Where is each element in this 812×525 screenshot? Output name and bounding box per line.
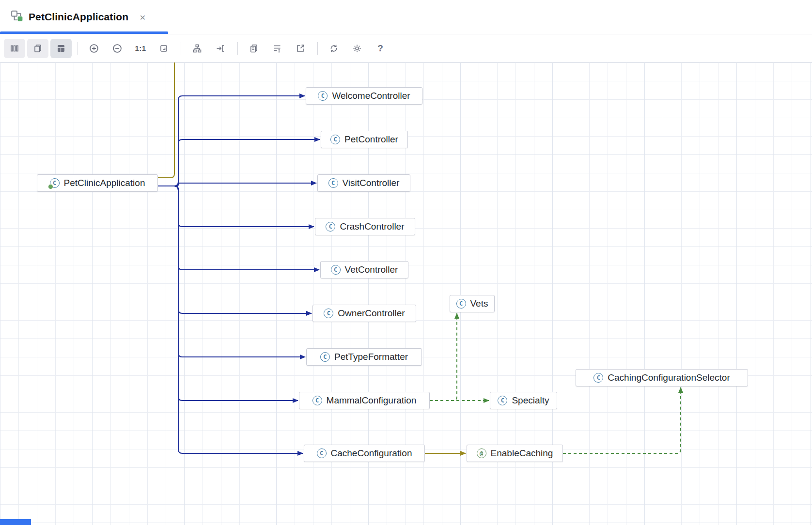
view-mode-group (4, 39, 72, 58)
diagram-edge-navy (158, 186, 312, 313)
export-diagram-button[interactable] (291, 39, 310, 58)
duplicate-icon (33, 44, 43, 53)
class-icon: C (312, 396, 322, 405)
class-icon: C (326, 222, 335, 232)
editor-tab-bar: PetClinicApplication × (0, 0, 812, 34)
settings-gear-icon (352, 44, 362, 53)
annotation-icon: @ (477, 448, 486, 458)
horizontal-scrollbar-thumb[interactable] (0, 519, 31, 525)
fit-selection-icon (216, 44, 225, 53)
toolbar-separator (78, 42, 78, 55)
node-label: MammalConfiguration (327, 395, 417, 406)
diagram-edge-green (430, 313, 457, 401)
node-label: PetClinicApplication (64, 178, 145, 188)
class-icon: C (593, 373, 603, 383)
actual-size-button[interactable]: 1:1 (131, 39, 150, 58)
grid-view-icon (56, 44, 66, 53)
diagram-edge-olive (158, 62, 174, 178)
application-icon: C (50, 178, 60, 188)
view-columns-icon (10, 44, 19, 53)
zoom-out-icon (112, 43, 123, 54)
class-icon: C (498, 396, 507, 405)
class-icon: C (328, 178, 338, 188)
diagram-node-specialty[interactable]: CSpecialty (490, 392, 557, 409)
diagram-node-mammal-configuration[interactable]: CMammalConfiguration (299, 392, 430, 409)
node-label: PetController (344, 134, 398, 145)
diagram-edge-navy (158, 186, 314, 227)
diagram-edge-green (563, 387, 681, 453)
diagram-node-vet-controller[interactable]: CVetController (320, 261, 408, 278)
diagram-toolbar: 1:1 (0, 34, 812, 62)
class-icon: C (317, 448, 327, 458)
node-details-button[interactable] (268, 39, 286, 58)
class-icon: C (330, 135, 340, 144)
diagram-canvas[interactable]: CPetClinicApplicationCWelcomeControllerC… (0, 62, 812, 525)
grid-view-button[interactable] (50, 39, 72, 58)
diagram-edge-navy (158, 186, 319, 270)
node-label: EnableCaching (491, 448, 553, 459)
node-label: VetController (345, 264, 398, 275)
diagram-node-crash-controller[interactable]: CCrashController (315, 218, 415, 235)
diagram-tab[interactable]: PetClinicApplication × (11, 0, 154, 34)
node-label: Specialty (512, 395, 549, 406)
tab-title: PetClinicApplication (29, 11, 128, 23)
zoom-in-icon (89, 43, 99, 54)
diagram-node-pet-type-formatter[interactable]: CPetTypeFormatter (306, 348, 422, 366)
diagram-file-icon (11, 10, 23, 24)
fit-selection-button[interactable] (211, 39, 230, 58)
copy-diagram-button[interactable] (245, 39, 263, 58)
diagram-node-pet-controller[interactable]: CPetController (321, 131, 408, 148)
node-label: CrashController (340, 221, 404, 232)
refresh-button[interactable] (325, 39, 343, 58)
diagram-node-pet-clinic-application[interactable]: CPetClinicApplication (37, 174, 158, 192)
active-tab-underline (0, 31, 168, 34)
node-label: CacheConfiguration (331, 448, 412, 459)
class-icon: C (331, 265, 341, 275)
settings-button[interactable] (348, 39, 366, 58)
hierarchic-layout-icon (192, 44, 202, 53)
toolbar-separator (181, 42, 181, 55)
diagram-node-caching-configuration-selector[interactable]: CCachingConfigurationSelector (576, 369, 748, 386)
class-icon: C (456, 299, 466, 309)
diagram-node-enable-caching[interactable]: @EnableCaching (467, 445, 563, 462)
diagram-edge-navy (158, 186, 305, 357)
diagram-node-vets[interactable]: CVets (450, 295, 495, 312)
tab-close-button[interactable]: × (140, 12, 145, 22)
refresh-icon (329, 44, 339, 53)
class-icon: C (320, 352, 330, 362)
zoom-out-button[interactable] (108, 39, 126, 58)
node-label: VisitController (343, 178, 400, 188)
export-icon (296, 44, 305, 53)
node-label: OwnerController (338, 308, 405, 319)
node-label: PetTypeFormatter (334, 352, 408, 362)
view-columns-button[interactable] (4, 39, 25, 58)
help-button[interactable]: ? (371, 39, 390, 58)
diagram-edge-navy (158, 139, 320, 186)
zoom-in-button[interactable] (85, 39, 103, 58)
fit-content-icon (159, 44, 169, 53)
diagram-node-cache-configuration[interactable]: CCacheConfiguration (304, 445, 425, 462)
diagram-edge-navy (158, 186, 298, 401)
diagram-edge-navy (158, 183, 316, 186)
class-icon: C (324, 309, 333, 318)
diagram-node-owner-controller[interactable]: COwnerController (312, 305, 416, 322)
node-label: WelcomeController (332, 91, 410, 101)
class-icon: C (318, 91, 328, 101)
diagram-edge-navy (158, 96, 305, 186)
hierarchic-layout-button[interactable] (188, 39, 206, 58)
toolbar-separator (237, 42, 238, 55)
toolbar-separator (317, 42, 318, 55)
diagram-node-visit-controller[interactable]: CVisitController (317, 174, 410, 192)
node-label: Vets (470, 298, 488, 309)
node-label: CachingConfigurationSelector (608, 372, 730, 383)
fit-content-button[interactable] (155, 39, 173, 58)
node-details-icon (272, 44, 282, 53)
duplicate-view-button[interactable] (27, 39, 48, 58)
diagram-node-welcome-controller[interactable]: CWelcomeController (306, 87, 422, 105)
copy-diagram-icon (249, 44, 259, 53)
